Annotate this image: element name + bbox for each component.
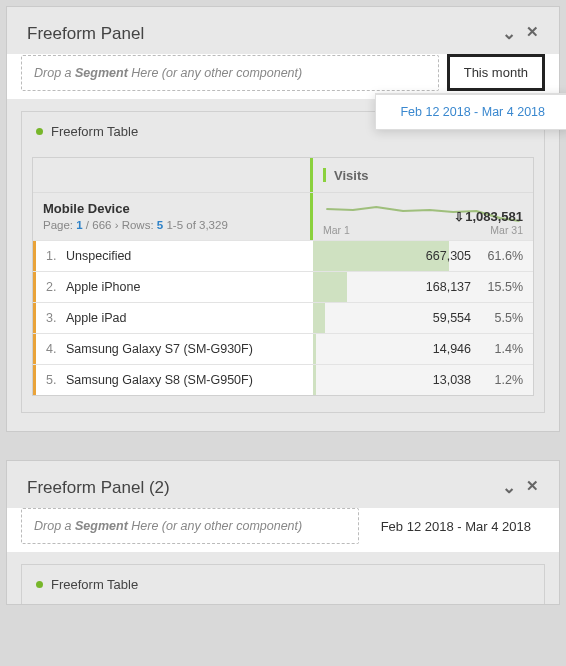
panel-title: Freeform Panel [27,24,502,44]
row-number: 5. [46,373,60,387]
row-dimension-cell: 4.Samsung Galaxy S7 (SM-G930F) [33,334,313,364]
table-row[interactable]: 3.Apple iPad59,5545.5% [33,302,533,333]
row-percent: 61.6% [483,249,523,263]
metric-total: ⇩1,083,581 [454,209,523,224]
date-range-selector[interactable]: This month Feb 12 2018 - Mar 4 2018 [447,54,545,91]
close-icon[interactable]: ✕ [526,477,539,498]
row-bar [313,334,316,364]
row-number: 3. [46,311,60,325]
row-bar [313,272,347,302]
table-row[interactable]: 5.Samsung Galaxy S8 (SM-G950F)13,0381.2% [33,364,533,395]
rows-prefix: Rows: [118,219,156,231]
panel-controls: ⌄ ✕ [502,477,539,498]
row-percent: 5.5% [483,311,523,325]
dropzone-text-prefix: Drop a [34,519,75,533]
dropzone-segment-word: Segment [75,519,128,533]
collapse-icon[interactable]: ⌄ [502,23,516,44]
row-number: 4. [46,342,60,356]
freeform-table: Visits Mobile Device Page: 1 / 666 › Row… [32,157,534,396]
freeform-table-card: Freeform Table [21,564,545,604]
page-total: 666 [92,219,111,231]
table-body: 1.Unspecified667,30561.6%2.Apple iPhone1… [33,240,533,395]
card-title: Freeform Table [51,124,138,139]
dimension-column-head[interactable] [33,158,313,192]
row-number: 1. [46,249,60,263]
row-value: 667,305 [426,249,471,263]
freeform-panel-1: Freeform Panel ⌄ ✕ Drop a Segment Here (… [6,6,560,432]
dropzone-text-suffix: Here (or any other component) [128,519,302,533]
row-label: Apple iPhone [66,280,140,294]
date-range-label: This month [464,65,528,80]
range-text: 1-5 of 3,329 [163,219,228,231]
row-label: Samsung Galaxy S7 (SM-G930F) [66,342,253,356]
date-range-popup[interactable]: Feb 12 2018 - Mar 4 2018 [375,93,566,130]
panel-toolbar: Drop a Segment Here (or any other compon… [7,508,559,552]
row-value: 59,554 [433,311,471,325]
row-metric-cell: 14,9461.4% [313,334,533,364]
collapse-icon[interactable]: ⌄ [502,477,516,498]
sparkline-labels: Mar 1 Mar 31 [323,224,523,236]
freeform-table-card: Freeform Table Visits Mobile Device Page… [21,111,545,413]
row-metric-cell: 13,0381.2% [313,365,533,395]
freeform-panel-2: Freeform Panel (2) ⌄ ✕ Drop a Segment He… [6,460,560,605]
panel-controls: ⌄ ✕ [502,23,539,44]
table-row[interactable]: 1.Unspecified667,30561.6% [33,240,533,271]
close-icon[interactable]: ✕ [526,23,539,44]
table-row[interactable]: 4.Samsung Galaxy S7 (SM-G930F)14,9461.4% [33,333,533,364]
dropzone-segment-word: Segment [75,66,128,80]
panel-header: Freeform Panel ⌄ ✕ [7,7,559,54]
row-value: 168,137 [426,280,471,294]
dimension-meta: Mobile Device Page: 1 / 666 › Rows: 5 1-… [33,193,313,240]
row-label: Unspecified [66,249,131,263]
row-dimension-cell: 3.Apple iPad [33,303,313,333]
panel-header: Freeform Panel (2) ⌄ ✕ [7,461,559,508]
metric-name: Visits [334,168,368,183]
row-percent: 1.2% [483,373,523,387]
spark-start: Mar 1 [323,224,350,236]
status-dot-icon [36,581,43,588]
row-percent: 1.4% [483,342,523,356]
date-range-label: Feb 12 2018 - Mar 4 2018 [381,519,531,534]
sort-desc-icon[interactable]: ⇩ [454,210,464,224]
card-header: Freeform Table [22,565,544,604]
pager: Page: 1 / 666 › Rows: 5 1-5 of 3,329 [43,219,300,231]
page-sep: / [83,219,93,231]
date-range-selector[interactable]: Feb 12 2018 - Mar 4 2018 [367,511,545,542]
row-label: Samsung Galaxy S8 (SM-G950F) [66,373,253,387]
date-range-popup-text: Feb 12 2018 - Mar 4 2018 [400,105,545,119]
row-value: 14,946 [433,342,471,356]
row-bar [313,303,325,333]
row-dimension-cell: 1.Unspecified [33,241,313,271]
row-percent: 15.5% [483,280,523,294]
table-meta-row: Mobile Device Page: 1 / 666 › Rows: 5 1-… [33,192,533,240]
panel-title: Freeform Panel (2) [27,478,502,498]
row-value: 13,038 [433,373,471,387]
row-metric-cell: 59,5545.5% [313,303,533,333]
status-dot-icon [36,128,43,135]
row-metric-cell: 667,30561.6% [313,241,533,271]
dropzone-text-suffix: Here (or any other component) [128,66,302,80]
pager-prefix: Page: [43,219,76,231]
row-label: Apple iPad [66,311,126,325]
spark-end: Mar 31 [490,224,523,236]
panel-toolbar: Drop a Segment Here (or any other compon… [7,54,559,99]
metric-indicator-icon [323,168,326,182]
total-value: 1,083,581 [465,209,523,224]
row-metric-cell: 168,13715.5% [313,272,533,302]
row-number: 2. [46,280,60,294]
metric-meta: Mar 1 Mar 31 ⇩1,083,581 [313,193,533,240]
dimension-name: Mobile Device [43,201,300,216]
metric-column-head[interactable]: Visits [313,158,533,192]
dropzone-text-prefix: Drop a [34,66,75,80]
table-row[interactable]: 2.Apple iPhone168,13715.5% [33,271,533,302]
row-dimension-cell: 5.Samsung Galaxy S8 (SM-G950F) [33,365,313,395]
segment-dropzone[interactable]: Drop a Segment Here (or any other compon… [21,508,359,544]
row-bar [313,365,316,395]
row-dimension-cell: 2.Apple iPhone [33,272,313,302]
segment-dropzone[interactable]: Drop a Segment Here (or any other compon… [21,55,439,91]
table-head-row: Visits [33,158,533,192]
card-title: Freeform Table [51,577,138,592]
